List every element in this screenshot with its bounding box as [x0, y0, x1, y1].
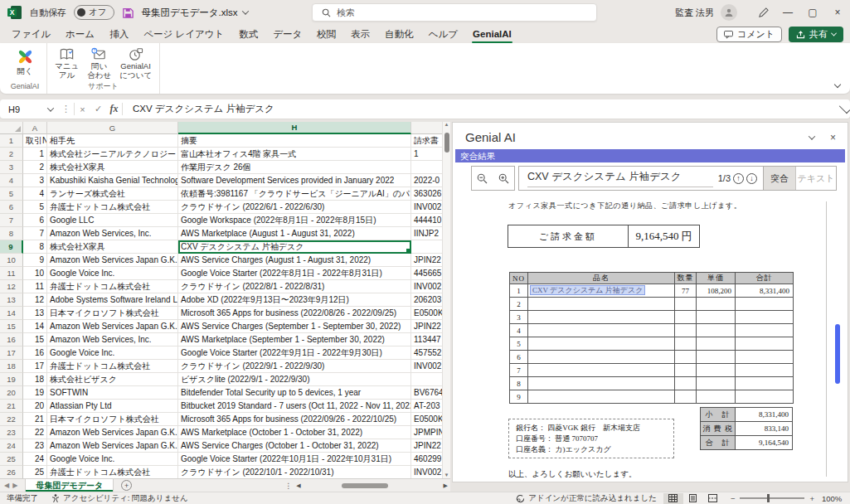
row-header[interactable]: 4: [0, 174, 23, 187]
row-header[interactable]: 3: [0, 161, 23, 174]
ribbon-tab-ヘルプ[interactable]: ヘルプ: [421, 25, 465, 43]
cell-i19[interactable]: [411, 373, 442, 386]
zoom-slider-track[interactable]: [740, 497, 804, 499]
cell-i7[interactable]: 444410: [411, 214, 442, 227]
cell-h6[interactable]: クラウドサイン (2022/6/1 - 2022/6/30): [178, 201, 411, 214]
cell-a21[interactable]: 20: [23, 400, 47, 413]
cell-i6[interactable]: INV002: [411, 201, 442, 214]
scroll-right-icon[interactable]: ▶: [444, 482, 448, 489]
cancel-entry-icon[interactable]: ×: [75, 104, 90, 114]
zoom-out-minus[interactable]: −: [731, 494, 736, 503]
ribbon-tab-ページ レイアウト[interactable]: ページ レイアウト: [136, 25, 231, 43]
vertical-scrollbar[interactable]: ▲ ▼: [442, 122, 450, 478]
toggle-match-mode[interactable]: 突合: [764, 167, 796, 190]
ribbon-tab-ファイル[interactable]: ファイル: [4, 25, 58, 43]
document-title[interactable]: 母集団デモデータ.xlsx: [142, 7, 248, 19]
cell-h5[interactable]: 依頼番号:3981167 「クラウドサービス「ジーニアルAI」のパンフ: [178, 187, 411, 201]
page-layout-view-icon[interactable]: [683, 493, 703, 504]
cell-a1[interactable]: 取引No: [23, 134, 47, 148]
cell-i15[interactable]: JPIN22: [411, 320, 442, 333]
row-header[interactable]: 5: [0, 187, 23, 201]
cell-a20[interactable]: 19: [23, 386, 47, 400]
cell-g16[interactable]: Amazon Web Services, Inc.: [47, 333, 178, 346]
cell-h7[interactable]: Google Workspace (2022年8月1日 - 2022年8月15日…: [178, 214, 411, 227]
zoom-in-button[interactable]: [493, 166, 515, 191]
cell-g18[interactable]: 弁護士ドットコム株式会社: [47, 360, 178, 373]
open-button[interactable]: 開く: [8, 46, 41, 77]
comments-button[interactable]: コメント: [716, 27, 782, 42]
cell-a24[interactable]: 23: [23, 439, 47, 453]
cell-a18[interactable]: 17: [23, 360, 47, 373]
formula-bar-expand-icon[interactable]: [839, 102, 850, 113]
row-header[interactable]: 2: [0, 148, 23, 161]
cell-a25[interactable]: 24: [23, 453, 47, 466]
row-header[interactable]: 13: [0, 293, 23, 307]
hscroll-track[interactable]: [305, 483, 440, 488]
cell-h11[interactable]: Google Voice Starter (2022年8月1日 - 2022年8…: [178, 267, 411, 280]
drag-dots-icon[interactable]: ⋮: [58, 104, 74, 114]
cell-a12[interactable]: 11: [23, 280, 47, 293]
row-header[interactable]: 11: [0, 267, 23, 280]
cell-g10[interactable]: Amazon Web Services Japan G.K.: [47, 254, 178, 267]
cell-g9[interactable]: 株式会社X家具: [47, 240, 178, 254]
cell-i16[interactable]: 113447: [411, 333, 442, 346]
cell-h10[interactable]: AWS Service Charges (August 1 - August 3…: [178, 254, 411, 267]
ribbon-tab-自動化[interactable]: 自動化: [377, 25, 421, 43]
cell-i5[interactable]: 363026: [411, 187, 442, 201]
cell-h1[interactable]: 摘要: [178, 134, 411, 148]
row-header[interactable]: 22: [0, 413, 23, 426]
cell-h25[interactable]: Google Voice Starter (2022年10月1日 - 2022年…: [178, 453, 411, 466]
zoom-out-button[interactable]: [471, 166, 493, 191]
ribbon-tab-ホーム[interactable]: ホーム: [58, 25, 102, 43]
autosave-toggle[interactable]: オフ: [74, 5, 114, 20]
cell-g1[interactable]: 相手先: [47, 134, 178, 148]
zoom-level[interactable]: 100%: [822, 494, 850, 503]
zoom-slider-thumb[interactable]: [767, 494, 770, 502]
cell-h4[interactable]: Software Development Services provided i…: [178, 174, 411, 187]
cell-a23[interactable]: 22: [23, 426, 47, 439]
cell-h12[interactable]: クラウドサイン (2022/8/1 - 2022/8/31): [178, 280, 411, 293]
confirm-entry-icon[interactable]: ✓: [90, 104, 106, 114]
minimize-button[interactable]: —: [775, 0, 800, 25]
cell-g3[interactable]: 株式会社X家具: [47, 161, 178, 174]
row-header[interactable]: 7: [0, 214, 23, 227]
cell-h13[interactable]: Adobe XD (2022年9月13日〜2023年9月12日): [178, 293, 411, 307]
row-header[interactable]: 25: [0, 453, 23, 466]
cell-h15[interactable]: AWS Service Charges (September 1 - Septe…: [178, 320, 411, 333]
formula-content[interactable]: CXV デスクシステム 片袖デスク: [123, 103, 839, 115]
save-icon[interactable]: [122, 7, 134, 19]
cell-g14[interactable]: 日本マイクロソフト株式会社: [47, 307, 178, 320]
cell-g21[interactable]: Atlassian Pty Ltd: [47, 400, 178, 413]
cell-h22[interactable]: Microsoft 365 Apps for business (2022/09…: [178, 413, 411, 426]
new-sheet-icon[interactable]: +: [121, 480, 132, 491]
toggle-text-mode[interactable]: テキスト: [796, 167, 836, 190]
cell-h8[interactable]: AWS Marketplace (August 1 - August 31, 2…: [178, 227, 411, 240]
ribbon-collapse-icon[interactable]: [834, 81, 841, 88]
horizontal-scrollbar[interactable]: ⋮ ◀ ▶: [284, 482, 450, 490]
cell-i22[interactable]: E0500K: [411, 413, 442, 426]
cell-a8[interactable]: 7: [23, 227, 47, 240]
cell-a22[interactable]: 21: [23, 413, 47, 426]
cell-a3[interactable]: 2: [23, 161, 47, 174]
cell-h14[interactable]: Microsoft 365 Apps for business (2022/08…: [178, 307, 411, 320]
cell-g19[interactable]: 株式会社ビザスク: [47, 373, 178, 386]
cell-i24[interactable]: JPIN22: [411, 439, 442, 453]
cell-i3[interactable]: [411, 161, 442, 174]
row-header[interactable]: 9: [0, 240, 23, 254]
cell-a9[interactable]: 8: [23, 240, 47, 254]
cell-a5[interactable]: 4: [23, 187, 47, 201]
cell-i20[interactable]: BV6764: [411, 386, 442, 400]
cell-h17[interactable]: Google Voice Starter (2022年9月1日 - 2022年9…: [178, 346, 411, 360]
close-button[interactable]: ×: [825, 0, 850, 25]
cell-a14[interactable]: 13: [23, 307, 47, 320]
zoom-in-plus[interactable]: +: [809, 494, 814, 503]
sheet-nav-arrows[interactable]: ◀▶: [0, 482, 25, 489]
ribbon-tab-校閲[interactable]: 校閲: [309, 25, 343, 43]
ribbon-tab-データ[interactable]: データ: [265, 25, 309, 43]
column-header-g[interactable]: G: [47, 122, 178, 134]
row-header[interactable]: 19: [0, 373, 23, 386]
cell-i23[interactable]: JPMPIN: [411, 426, 442, 439]
column-header-partial[interactable]: [411, 122, 442, 134]
row-header[interactable]: 15: [0, 320, 23, 333]
cell-a6[interactable]: 5: [23, 201, 47, 214]
